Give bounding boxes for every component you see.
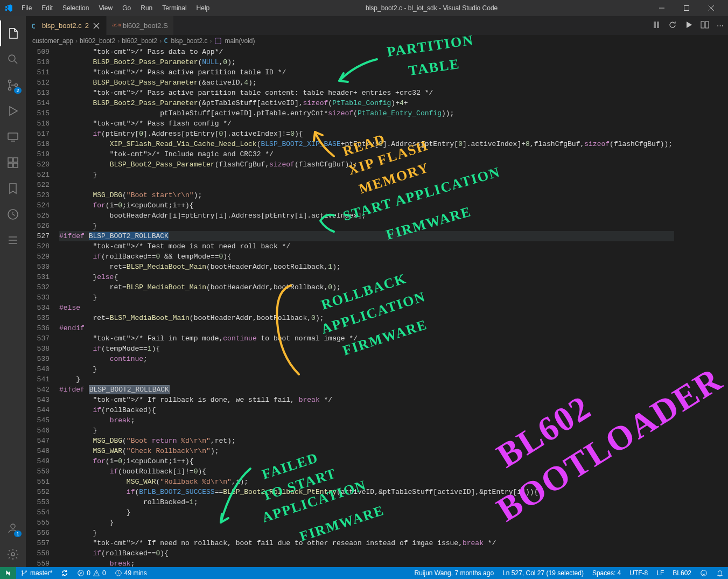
activity-debug[interactable] — [0, 98, 26, 124]
tab-blsp-boot2-c[interactable]: C blsp_boot2.c 2 — [26, 16, 107, 35]
code-line[interactable]: } — [59, 374, 674, 385]
code-line[interactable]: "tok-cmt">/* Test mode is not need roll … — [59, 241, 674, 252]
code-line[interactable]: BLSP_Boot2_Pass_Parameter(NULL,0); — [59, 57, 674, 67]
code-line[interactable]: #ifdef BLSP_BOOT2_ROLLBACK — [59, 231, 674, 241]
problems[interactable]: 0 0 — [73, 567, 110, 579]
code-editor[interactable]: 5095105115125135145155165175185195205215… — [26, 47, 728, 567]
maximize-button[interactable] — [674, 0, 699, 16]
activity-settings[interactable] — [0, 541, 26, 567]
remote-indicator[interactable] — [0, 567, 16, 579]
code-line[interactable]: MSG_WAR("Rollback %d\r\n",i); — [59, 477, 674, 487]
time-tracker[interactable]: 49 mins — [110, 567, 151, 579]
code-line[interactable]: for(i=0;i<cpuCount;i++){ — [59, 456, 674, 466]
eol[interactable]: LF — [652, 567, 668, 579]
code-line[interactable]: "tok-cmt">/* Pass active partition table… — [59, 67, 674, 78]
close-icon[interactable] — [92, 22, 101, 30]
minimize-button[interactable] — [649, 0, 674, 16]
code-line[interactable]: XIP_SFlash_Read_Via_Cache_Need_Lock(BLSP… — [59, 139, 674, 149]
code-line[interactable]: if(tempMode==1){ — [59, 344, 674, 354]
code-line[interactable]: BLSP_Boot2_Pass_Parameter(&ptTableStuff[… — [59, 98, 674, 108]
code-line[interactable]: } — [59, 170, 674, 180]
activity-accounts[interactable]: 1 — [0, 515, 26, 541]
menu-help[interactable]: Help — [192, 2, 214, 14]
crumb-3[interactable]: blsp_boot2.c — [171, 37, 207, 45]
split-icon[interactable] — [701, 20, 709, 31]
menu-run[interactable]: Run — [136, 2, 157, 14]
activity-timeline[interactable] — [0, 201, 26, 227]
code-line[interactable]: if(bootRollback[i]!=0){ — [59, 466, 674, 477]
git-branch[interactable]: master* — [16, 567, 57, 579]
code-line[interactable]: ret=BLSP_MediaBoot_Main(bootHeaderAddr,b… — [59, 262, 674, 272]
encoding[interactable]: UTF-8 — [625, 567, 652, 579]
code-line[interactable]: BLSP_Boot2_Pass_Parameter(&activeID,4); — [59, 78, 674, 88]
code-line[interactable]: } — [59, 507, 674, 518]
menu-view[interactable]: View — [94, 2, 117, 14]
activity-bookmark[interactable] — [0, 176, 26, 201]
code-line[interactable]: ret=BLSP_MediaBoot_Main(bootHeaderAddr,b… — [59, 313, 674, 323]
activity-extensions[interactable] — [0, 150, 26, 176]
code-line[interactable]: "tok-cmt">/* Pass flash config */ — [59, 118, 674, 129]
menu-go[interactable]: Go — [118, 2, 135, 14]
code-line[interactable]: rollBacked=1; — [59, 497, 674, 507]
code-line[interactable]: break; — [59, 415, 674, 425]
code-line[interactable]: #else — [59, 303, 674, 313]
menu-terminal[interactable]: Terminal — [158, 2, 191, 14]
code-line[interactable]: } — [59, 292, 674, 303]
close-button[interactable] — [699, 0, 724, 16]
more-icon[interactable]: ⋯ — [717, 22, 724, 30]
activity-scm[interactable]: 2 — [0, 72, 26, 98]
code-line[interactable]: } — [59, 425, 674, 436]
code-line[interactable]: if(ptEntry[0].Address[ptEntry[0].activeI… — [59, 129, 674, 139]
code-line[interactable]: MSG_DBG("Boot start\r\n"); — [59, 190, 674, 200]
code-line[interactable]: continue; — [59, 354, 674, 364]
crumb-1[interactable]: bl602_boot2 — [80, 37, 115, 45]
code-body[interactable]: "tok-cmt">/* Pass data to App*/ BLSP_Boo… — [59, 47, 674, 567]
code-line[interactable]: for(i=0;i<cpuCount;i++){ — [59, 200, 674, 211]
menu-selection[interactable]: Selection — [58, 2, 93, 14]
code-line[interactable]: #ifdef BLSP_BOOT2_ROLLBACK — [59, 385, 674, 395]
language-mode[interactable]: BL602 — [668, 567, 696, 579]
tab-bl602-boot2-s[interactable]: asm bl602_boot2.S — [107, 16, 174, 35]
breadcrumbs[interactable]: customer_app › bl602_boot2 › bl602_boot2… — [26, 35, 728, 47]
crumb-2[interactable]: bl602_boot2 — [122, 37, 157, 45]
code-line[interactable]: #endif — [59, 323, 674, 333]
crumb-0[interactable]: customer_app — [32, 37, 73, 45]
compare-icon[interactable] — [652, 20, 661, 31]
code-line[interactable]: BLSP_Boot2_Pass_Parameter(flashCfgBuf,si… — [59, 159, 674, 170]
run-icon[interactable] — [684, 20, 693, 31]
notifications-icon[interactable] — [712, 567, 728, 579]
code-line[interactable]: } — [59, 221, 674, 231]
code-line[interactable]: "tok-cmt">/* Fail in temp mode,continue … — [59, 333, 674, 344]
activity-list[interactable] — [0, 227, 26, 253]
code-line[interactable]: bootHeaderAddr[i]=ptEntry[i].Address[ptE… — [59, 211, 674, 221]
feedback-icon[interactable] — [696, 567, 712, 579]
code-line[interactable] — [59, 180, 674, 190]
code-line[interactable]: MSG_WAR("Check Rollback\r\n"); — [59, 446, 674, 456]
code-line[interactable]: break; — [59, 559, 674, 567]
menu-file[interactable]: File — [17, 2, 36, 14]
code-line[interactable]: if(rollBacked){ — [59, 405, 674, 415]
code-line[interactable]: ptTableStuff[activeID].ptTable.entryCnt*… — [59, 108, 674, 118]
refresh-icon[interactable] — [668, 20, 677, 31]
code-line[interactable]: }else{ — [59, 272, 674, 282]
code-line[interactable]: } — [59, 364, 674, 374]
code-line[interactable]: ret=BLSP_MediaBoot_Main(bootHeaderAddr,b… — [59, 282, 674, 292]
code-line[interactable]: MSG_DBG("Boot return %d\r\n",ret); — [59, 436, 674, 446]
menu-edit[interactable]: Edit — [37, 2, 57, 14]
code-line[interactable]: } — [59, 528, 674, 538]
code-line[interactable]: "tok-cmt">/* Pass data to App*/ — [59, 47, 674, 57]
crumb-4[interactable]: main(void) — [225, 37, 255, 45]
code-line[interactable]: if(BFLB_BOOT2_SUCCESS==BLSP_Boot2_Rollba… — [59, 487, 674, 497]
minimap[interactable] — [674, 47, 728, 567]
activity-remote[interactable] — [0, 124, 26, 150]
activity-search[interactable] — [0, 46, 26, 72]
git-blame[interactable]: Ruijun Wang, 7 months ago — [410, 567, 499, 579]
code-line[interactable]: } — [59, 518, 674, 528]
code-line[interactable]: "tok-cmt">/* Include magic and CRC32 */ — [59, 149, 674, 159]
activity-explorer[interactable] — [0, 20, 26, 46]
code-line[interactable]: if(rollBacked==0){ — [59, 548, 674, 559]
code-line[interactable]: "tok-cmt">/* If rollback is done, we sti… — [59, 395, 674, 405]
code-line[interactable]: if(rollBacked==0 && tempMode==0){ — [59, 252, 674, 262]
cursor-position[interactable]: Ln 527, Col 27 (19 selected) — [498, 567, 588, 579]
indentation[interactable]: Spaces: 4 — [588, 567, 625, 579]
